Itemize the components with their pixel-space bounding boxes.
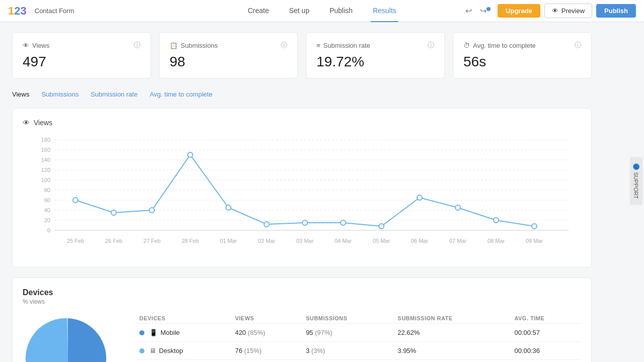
mobile-dot	[139, 330, 144, 335]
stat-card-avg-time: ⏱ Avg. time to complete ⓘ 56s	[453, 32, 592, 78]
avg-time-value: 56s	[463, 54, 581, 70]
header-right: ↩ ↪ Upgrade 👁 Preview Publish	[462, 4, 636, 18]
desktop-icon: 🖥	[149, 347, 156, 354]
desktop-label: Desktop	[159, 347, 183, 354]
device-mobile-cell: 📱 Mobile	[139, 329, 227, 336]
chart-card: 👁 Views 180 160 140 120 100 80 60 40 20 …	[12, 108, 592, 267]
submissions-label: Submissions	[181, 42, 218, 49]
svg-point-24	[226, 205, 231, 210]
mobile-views: 420	[235, 329, 246, 336]
svg-point-29	[417, 195, 422, 200]
svg-text:80: 80	[44, 187, 50, 193]
col-avg-time: AVG. TIME	[510, 313, 581, 324]
stat-card-views: 👁 Views ⓘ 497	[12, 32, 151, 78]
rate-icon: ≡	[316, 42, 320, 49]
views-info-icon[interactable]: ⓘ	[134, 41, 140, 50]
svg-point-32	[532, 224, 537, 229]
svg-text:180: 180	[41, 137, 50, 143]
desktop-submissions: 3	[306, 347, 309, 354]
svg-point-26	[302, 220, 307, 225]
device-desktop-cell: 🖥 Desktop	[139, 347, 227, 354]
desktop-dot	[139, 348, 144, 353]
col-views: VIEWS	[231, 313, 302, 324]
svg-point-23	[188, 152, 193, 157]
main-content: 👁 Views ⓘ 497 📋 Submissions ⓘ 98 ≡ S	[0, 22, 604, 362]
devices-table-wrap: DEVICES VIEWS SUBMISSIONS SUBMISSION RAT…	[135, 313, 581, 362]
svg-text:27 Feb: 27 Feb	[143, 238, 160, 244]
stats-row: 👁 Views ⓘ 497 📋 Submissions ⓘ 98 ≡ S	[12, 32, 592, 78]
publish-button[interactable]: Publish	[596, 4, 636, 18]
mobile-sub-rate: 22.62%	[393, 324, 510, 342]
svg-point-31	[494, 218, 499, 223]
svg-text:07 Mar: 07 Mar	[449, 238, 467, 244]
sub-tab-avg-time[interactable]: Avg. time to complete	[149, 90, 212, 100]
stat-card-submissions: 📋 Submissions ⓘ 98	[159, 32, 298, 78]
devices-table: DEVICES VIEWS SUBMISSIONS SUBMISSION RAT…	[135, 313, 581, 362]
devices-title: Devices	[23, 288, 581, 297]
svg-text:160: 160	[41, 147, 50, 153]
svg-text:09 Mar: 09 Mar	[526, 238, 543, 244]
header: 123 Contact Form Create Set up Publish R…	[0, 0, 644, 22]
undo-button[interactable]: ↩	[462, 4, 475, 18]
col-devices: DEVICES	[135, 313, 231, 324]
nav-results[interactable]: Results	[371, 0, 398, 22]
sub-nav: Views Submissions Submission rate Avg. t…	[12, 90, 592, 100]
table-row: 📱 Mobile 420 (85%) 95 (97%)	[135, 324, 581, 342]
mobile-label: Mobile	[160, 329, 180, 336]
nav-publish[interactable]: Publish	[328, 0, 355, 22]
views-chart: 180 160 140 120 100 80 60 40 20 0	[23, 135, 581, 255]
sub-tab-views[interactable]: Views	[12, 90, 29, 100]
mobile-sub-pct: (97%)	[315, 329, 333, 336]
mobile-avg-time: 00:00:57	[510, 324, 581, 342]
notification-dot	[487, 7, 491, 11]
col-submissions: SUBMISSIONS	[302, 313, 393, 324]
svg-point-21	[111, 210, 116, 215]
desktop-sub-rate: 3.95%	[393, 342, 510, 360]
svg-text:120: 120	[41, 167, 50, 173]
pie-chart-wrap	[23, 313, 123, 362]
sub-tab-submissions[interactable]: Submissions	[41, 90, 78, 100]
chart-title-text: Views	[34, 119, 52, 127]
svg-text:08 Mar: 08 Mar	[488, 238, 505, 244]
undo-redo-group: ↩ ↪	[462, 4, 490, 18]
svg-text:100: 100	[41, 177, 50, 183]
upgrade-button[interactable]: Upgrade	[498, 4, 540, 18]
mobile-views-pct: (85%)	[248, 329, 265, 336]
stat-card-sub-rate: ≡ Submission rate ⓘ 19.72%	[306, 32, 445, 78]
svg-text:25 Feb: 25 Feb	[67, 238, 84, 244]
svg-text:140: 140	[41, 157, 50, 163]
eye-icon: 👁	[552, 7, 558, 15]
sub-rate-info-icon[interactable]: ⓘ	[428, 41, 434, 50]
tablet-avg-time: 00:00:00	[510, 360, 581, 363]
sub-tab-sub-rate[interactable]: Submission rate	[91, 90, 137, 100]
avg-time-info-icon[interactable]: ⓘ	[575, 41, 581, 50]
svg-text:28 Feb: 28 Feb	[182, 238, 199, 244]
submissions-info-icon[interactable]: ⓘ	[281, 41, 287, 50]
support-label: SUPPORT	[633, 172, 639, 199]
mobile-submissions: 95	[306, 329, 313, 336]
svg-text:40: 40	[44, 207, 50, 213]
desktop-views-pct: (15%)	[244, 347, 262, 354]
eye-icon: 👁	[23, 42, 29, 49]
svg-text:60: 60	[44, 197, 50, 203]
table-header: DEVICES VIEWS SUBMISSIONS SUBMISSION RAT…	[135, 313, 581, 324]
devices-subtitle: % views	[23, 298, 581, 305]
logo: 123	[8, 5, 27, 18]
desktop-avg-time: 00:00:36	[510, 342, 581, 360]
avg-time-label: Avg. time to complete	[473, 42, 536, 49]
nav-setup[interactable]: Set up	[287, 0, 311, 22]
views-label: Views	[32, 42, 49, 49]
svg-point-22	[149, 208, 154, 213]
sub-rate-value: 19.72%	[316, 54, 434, 70]
svg-text:02 Mar: 02 Mar	[258, 238, 276, 244]
main-nav: Create Set up Publish Results	[246, 0, 398, 22]
svg-text:04 Mar: 04 Mar	[335, 238, 352, 244]
support-tab[interactable]: 🔵 SUPPORT	[630, 157, 642, 205]
svg-point-28	[379, 224, 384, 229]
nav-create[interactable]: Create	[246, 0, 271, 22]
svg-point-20	[73, 198, 78, 203]
svg-point-30	[455, 205, 460, 210]
svg-point-27	[341, 220, 346, 225]
sub-rate-label: Submission rate	[324, 42, 370, 49]
preview-button[interactable]: 👁 Preview	[544, 4, 592, 18]
